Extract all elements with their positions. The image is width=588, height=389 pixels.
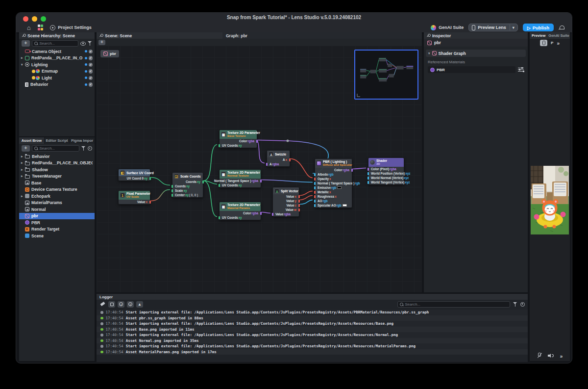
node-base-texture[interactable]: Texture 2D ParameterBase TextureColorrgb… [219, 130, 257, 148]
asset-item-tweenmanager[interactable]: TweenManager [19, 173, 95, 180]
node-input-port-row[interactable]: Albedorgb [315, 172, 352, 177]
node-swizzle[interactable]: SwizzleAxArgba [267, 150, 290, 167]
node-input-port-row[interactable]: World Normal (Vertex)xyz [368, 176, 404, 180]
asset-item-scene[interactable]: Scene [19, 233, 95, 239]
filter-icon[interactable] [81, 146, 86, 151]
asset-tab-figma-impor[interactable]: Figma Impor [70, 137, 95, 144]
node-input-port-row[interactable]: Metallicx [315, 190, 352, 194]
asset-item-pbr[interactable]: pbr [19, 213, 95, 220]
node-input-port-row[interactable]: Color (Pixel)rgba [368, 167, 404, 171]
asset-item-pbr[interactable]: PBR [19, 219, 95, 226]
log-entry[interactable]: 17:40:54Asset Normal.png imported in 35m… [97, 338, 528, 344]
node-output-port-row[interactable]: Colorrgba [315, 168, 352, 172]
input-port[interactable] [314, 204, 316, 207]
node-scale-coords[interactable]: Scale CoordsCoordsxyCoordsxyScalexyCente… [172, 172, 203, 198]
input-port[interactable] [172, 189, 173, 192]
input-port[interactable] [314, 200, 316, 203]
graph-minimap[interactable] [354, 50, 418, 100]
enabled-checkbox[interactable] [89, 82, 93, 87]
asset-item-materialparams[interactable]: MaterialParams [19, 200, 95, 207]
node-input-port-row[interactable]: Specular AOrgb [315, 203, 352, 207]
settings-gear-icon[interactable] [88, 146, 92, 151]
node-output-port-row[interactable]: Valuex [273, 194, 299, 199]
node-input-port-row[interactable]: UV Coordsxy [220, 143, 257, 148]
asset-item-shadow[interactable]: Shadow [19, 166, 95, 173]
node-normal-texture[interactable]: Texture 2D ParameterNormal TextureNormal… [219, 169, 261, 188]
node-input-port-row[interactable]: Scalexy [172, 188, 203, 193]
log-entry[interactable]: 17:40:54Asset Base.png imported in 11ms [97, 327, 528, 333]
color-swatch[interactable] [337, 186, 342, 189]
tab-genai-suite[interactable]: GenAI Suite [548, 33, 569, 38]
node-output-port-row[interactable]: Valuez [273, 203, 299, 207]
asset-item-render-target[interactable]: Render Target [19, 226, 95, 233]
add-asset-button[interactable] [22, 145, 30, 152]
color-swatch[interactable] [343, 204, 347, 207]
output-port[interactable] [351, 169, 353, 172]
shader-graph-section-header[interactable]: ▾ Shader Graph [426, 50, 526, 57]
node-input-port-row[interactable]: Argba [267, 162, 290, 166]
output-port[interactable] [260, 180, 262, 182]
hierarchy-item-light[interactable]: Light [19, 75, 95, 81]
expand-panel-chevrons-icon[interactable] [557, 38, 560, 47]
asset-item-base[interactable]: Base [19, 180, 95, 186]
scene-hierarchy-header[interactable]: Scene Hierarchy: Scene [19, 32, 95, 39]
add-object-button[interactable] [22, 40, 30, 47]
tree-chevron-icon[interactable] [21, 63, 25, 67]
node-output-port-row[interactable]: Valuex [119, 200, 150, 204]
output-port[interactable] [149, 177, 151, 180]
info-filter-button[interactable]: i [118, 301, 124, 308]
output-port[interactable] [289, 158, 291, 161]
output-port[interactable] [202, 181, 204, 183]
enabled-checkbox[interactable] [89, 63, 93, 67]
tree-chevron-icon[interactable] [21, 155, 25, 158]
clear-log-icon[interactable] [99, 301, 106, 308]
home-icon[interactable] [27, 23, 31, 32]
asset-item-redpanda-place-in-objec-[interactable]: RedPanda__PLACE_IN_OBJEC... [19, 160, 95, 167]
asset-item-echopark[interactable]: Echopark [19, 193, 95, 200]
hierarchy-item-envmap[interactable]: Envmap [19, 68, 95, 75]
genai-suite-button[interactable]: GenAI Suite [431, 25, 464, 30]
input-port[interactable] [219, 216, 220, 219]
log-entry[interactable]: 17:40:54Start importing external file: /… [97, 332, 528, 338]
tab-preview[interactable]: Preview [532, 33, 545, 38]
input-port[interactable] [219, 184, 220, 187]
pin-icon[interactable] [426, 34, 430, 38]
enabled-checkbox[interactable] [89, 69, 93, 74]
warning-filter-button[interactable]: ! [127, 301, 134, 308]
node-output-port-row[interactable]: Coordsxy [172, 180, 203, 184]
add-scene-tab-button[interactable] [98, 40, 105, 45]
node-input-port-row[interactable]: Normal ( Tangent Space )rgb [315, 181, 352, 185]
node-output-port-row[interactable]: Valuew [273, 207, 299, 212]
hierarchy-item-behavior[interactable]: Behavior [19, 81, 95, 88]
node-input-port-row[interactable]: AOrgb [315, 199, 352, 203]
log-entry[interactable]: 17:40:54Start importing external file: /… [97, 310, 528, 315]
speaker-icon[interactable] [548, 353, 554, 358]
node-output-port-row[interactable]: Colorrgba [220, 139, 257, 143]
output-port[interactable] [298, 200, 300, 203]
node-input-port-row[interactable]: Coordsxy [172, 184, 203, 188]
hierarchy-item-lighting[interactable]: Lighting [19, 61, 95, 68]
hierarchy-item-camera-object[interactable]: Camera Object [19, 48, 95, 55]
input-port[interactable] [314, 191, 316, 194]
input-port[interactable] [368, 181, 369, 184]
input-port[interactable] [314, 178, 316, 181]
input-port[interactable] [272, 213, 273, 216]
logger-header[interactable]: Logger [97, 294, 528, 300]
hierarchy-item-redpanda-place-in-o[interactable]: RedPanda__PLACE_IN_O [19, 55, 95, 62]
layout-grid-icon[interactable] [38, 25, 44, 30]
node-input-port-row[interactable]: Emissivergb [315, 185, 352, 190]
asset-item-device-camera-texture[interactable]: Device Camera Texture [19, 186, 95, 193]
node-shader-node[interactable]: Shader3DColor (Pixel)rgbaWorld Position … [368, 157, 404, 185]
input-port[interactable] [172, 194, 173, 197]
node-output-port-row[interactable]: Colorrgba [220, 211, 261, 215]
inspector-header[interactable]: Inspector [424, 32, 528, 39]
output-port[interactable] [298, 195, 300, 198]
log-entry[interactable]: 17:40:54Asset MaterialParams.png importe… [97, 349, 528, 355]
chevron-expanded-icon[interactable]: ▾ [428, 52, 430, 55]
hierarchy-search-input[interactable] [39, 41, 76, 46]
publish-button[interactable]: Publish [523, 24, 554, 31]
pin-icon[interactable] [99, 34, 103, 38]
node-float-param[interactable]: Float ParameterUV ScaleValuex [118, 190, 150, 205]
input-port[interactable] [219, 144, 220, 147]
output-port[interactable] [256, 140, 258, 143]
